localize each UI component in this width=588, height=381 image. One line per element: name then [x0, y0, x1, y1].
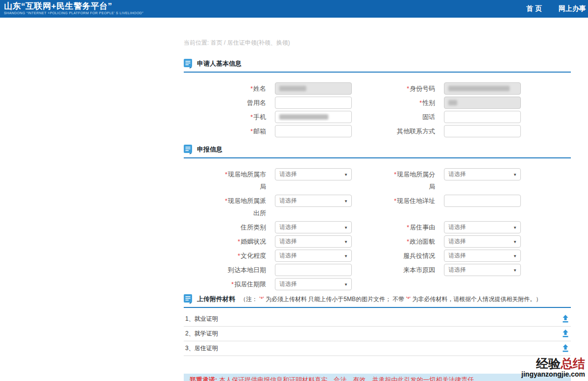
upload-icon[interactable]: [562, 315, 569, 323]
upload-item-label: 1、就业证明: [185, 315, 218, 323]
upload-icon[interactable]: [562, 344, 569, 353]
redacted-value: [448, 100, 457, 105]
residence-type-select[interactable]: 请选择▼: [275, 221, 352, 233]
branch-bureau-label: *现居地所属分局: [388, 168, 444, 193]
city-bureau-label: *现居地所属市局: [219, 168, 275, 193]
former-name-label: 曾用名: [219, 97, 275, 109]
residence-period-label: *拟居住期限: [219, 278, 275, 290]
branch-bureau-select[interactable]: 请选择▼: [444, 168, 521, 180]
move-reason-label: 来本市原因: [388, 264, 444, 276]
redacted-value: [448, 86, 510, 91]
chevron-down-icon: ▼: [513, 254, 517, 258]
political-status-label: *政治面貌: [388, 235, 444, 248]
residence-reason-label: *居住事由: [388, 221, 444, 233]
basic-form: *姓名 *身份号码 曾用名 *性别 *手机 固话: [184, 82, 571, 137]
gender-input: [444, 97, 521, 109]
marital-status-label: *婚姻状况: [219, 235, 275, 248]
upload-note: （注： '*' 为必须上传材料 只能上传小于5MB的图片文件； 不带 '*' 为…: [240, 295, 541, 304]
brand: 山东“互联网+民生警务平台” SHANDONG “INTERNET +POLIC…: [0, 0, 144, 15]
residence-type-label: 住所类别: [219, 221, 275, 233]
address-input[interactable]: [444, 195, 521, 207]
section-basic-header: 申请人基本信息: [184, 59, 571, 73]
chevron-down-icon: ▼: [513, 268, 517, 272]
promise-label: 郑重承诺:: [190, 376, 217, 381]
chevron-down-icon: ▼: [513, 239, 517, 244]
residence-period-select[interactable]: 请选择▼: [275, 278, 352, 290]
chevron-down-icon: ▼: [513, 172, 517, 177]
name-label: *姓名: [219, 82, 275, 95]
section-declare-title: 申报信息: [197, 145, 222, 154]
former-name-input[interactable]: [275, 97, 352, 109]
chevron-down-icon: ▼: [344, 225, 348, 229]
watermark-title: 经验总结: [521, 357, 585, 370]
chevron-down-icon: ▼: [344, 199, 348, 203]
site-subtitle: SHANDONG “INTERNET +POLICING PLATFORM FO…: [4, 11, 144, 15]
other-contact-label: 其他联系方式: [388, 125, 444, 137]
address-label: *现居住地详址: [388, 195, 444, 207]
education-label: *文化程度: [219, 250, 275, 262]
breadcrumb: 当前位置: 首页 / 居住证申领(补领、换领): [184, 39, 571, 47]
id-number-label: *身份号码: [388, 82, 444, 95]
promise-banner: 郑重承诺: 本人保证提供申报信息和证明材料真实、合法、有效，并承担由此引发的一切…: [184, 374, 571, 381]
chevron-down-icon: ▼: [344, 282, 348, 286]
chevron-down-icon: ▼: [344, 239, 348, 244]
mobile-input[interactable]: [275, 111, 352, 123]
section-basic-title: 申请人基本信息: [197, 59, 242, 68]
redacted-value: [279, 114, 328, 120]
marital-status-select[interactable]: 请选择▼: [275, 235, 352, 248]
upload-item-label: 3、居住证明: [185, 344, 218, 353]
email-input[interactable]: [275, 125, 352, 137]
arrival-date-label: 到达本地日期: [219, 264, 275, 276]
id-number-input: [444, 82, 521, 95]
section-declare-header: 申报信息: [184, 145, 571, 158]
military-service-select[interactable]: 请选择▼: [444, 250, 521, 262]
political-status-select[interactable]: 请选择▼: [444, 235, 521, 248]
upload-item-label: 2、就学证明: [185, 330, 218, 338]
upload-row-employment: 1、就业证明: [184, 312, 571, 327]
upload-icon[interactable]: [562, 330, 569, 338]
upload-row-residence: 3、居住证明: [184, 341, 571, 356]
upload-row-school: 2、就学证明: [184, 327, 571, 341]
form-page: 当前位置: 首页 / 居住证申领(补领、换领) 申请人基本信息 *姓名 *身份号…: [184, 39, 571, 381]
chevron-down-icon: ▼: [344, 254, 348, 258]
move-reason-select[interactable]: 请选择▼: [444, 264, 521, 276]
chevron-down-icon: ▼: [344, 172, 348, 177]
upload-list: 1、就业证明 2、就学证明 3、居住证明: [184, 312, 571, 356]
nav-home-link[interactable]: 首 页: [526, 4, 542, 13]
landline-input[interactable]: [444, 111, 521, 123]
nav-online-services-link[interactable]: 网上办事: [559, 4, 586, 13]
document-icon: [184, 59, 192, 69]
police-station-select[interactable]: 请选择▼: [275, 195, 352, 207]
header-nav: 首 页 网上办事: [526, 0, 588, 13]
arrival-date-input[interactable]: [275, 264, 352, 276]
watermark-domain: jingyanzongjie.com: [521, 371, 585, 378]
section-upload-title: 上传附件材料: [197, 295, 235, 304]
residence-reason-select[interactable]: 请选择▼: [444, 221, 521, 233]
chevron-down-icon: ▼: [513, 225, 517, 229]
police-station-label: *现居地所属派出所: [219, 195, 275, 219]
redacted-value: [279, 86, 306, 91]
city-bureau-select[interactable]: 请选择▼: [275, 168, 352, 180]
top-header: 山东“互联网+民生警务平台” SHANDONG “INTERNET +POLIC…: [0, 0, 588, 18]
email-label: *邮箱: [219, 125, 275, 137]
declare-form: *现居地所属市局 请选择▼ *现居地所属分局 请选择▼ *现居地所属派出所 请选…: [184, 168, 571, 290]
name-input: [275, 82, 352, 95]
military-service-label: 服兵役情况: [388, 250, 444, 262]
document-icon: [184, 294, 192, 304]
promise-text: 本人保证提供申报信息和证明材料真实、合法、有效，并承担由此引发的一切相关法律责任…: [219, 376, 480, 381]
site-title: 山东“互联网+民生警务平台”: [4, 1, 144, 11]
mobile-label: *手机: [219, 111, 275, 123]
other-contact-input[interactable]: [444, 125, 521, 137]
document-icon: [184, 145, 192, 154]
gender-label: *性别: [388, 97, 444, 109]
section-upload-header: 上传附件材料 （注： '*' 为必须上传材料 只能上传小于5MB的图片文件； 不…: [184, 294, 571, 308]
education-select[interactable]: 请选择▼: [275, 250, 352, 262]
landline-label: 固话: [388, 111, 444, 123]
watermark: 经验总结 jingyanzongjie.com: [521, 357, 585, 378]
